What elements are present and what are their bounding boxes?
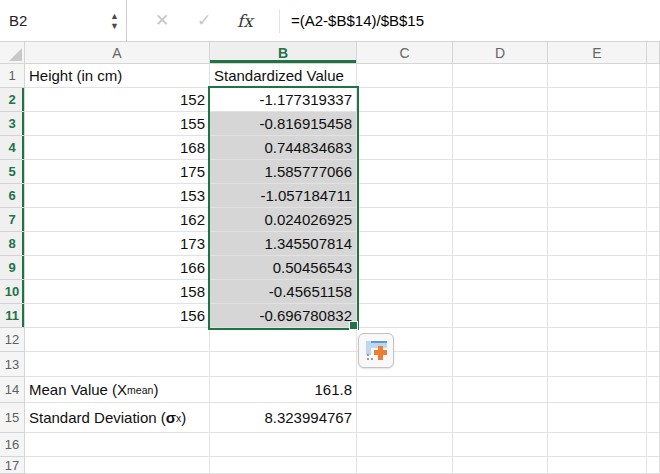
cell-F6[interactable]	[647, 184, 660, 208]
cell-D4[interactable]	[453, 136, 548, 160]
cell-C17[interactable]	[357, 457, 453, 474]
cell-F15[interactable]	[647, 403, 660, 433]
cell-E14[interactable]	[548, 377, 647, 403]
cell-A3[interactable]: 155	[25, 112, 210, 136]
cell-E9[interactable]	[548, 256, 647, 280]
cell-E8[interactable]	[548, 232, 647, 256]
enter-icon[interactable]: ✓	[183, 10, 225, 31]
quick-analysis-button[interactable]	[358, 333, 394, 368]
cell-F13[interactable]	[647, 352, 660, 377]
cell-B11[interactable]: -0.696780832	[210, 304, 357, 328]
row-header-17[interactable]: 17	[0, 457, 25, 474]
cell-B7[interactable]: 0.024026925	[210, 208, 357, 232]
row-header-8[interactable]: 8	[0, 232, 25, 256]
row-header-13[interactable]: 13	[0, 352, 25, 377]
cell-A6[interactable]: 153	[25, 184, 210, 208]
cell-D9[interactable]	[453, 256, 548, 280]
cell-D8[interactable]	[453, 232, 548, 256]
cell-B2[interactable]: -1.177319337	[210, 88, 357, 112]
cell-F1[interactable]	[647, 64, 660, 88]
cell-D14[interactable]	[453, 377, 548, 403]
cell-B10[interactable]: -0.45651158	[210, 280, 357, 304]
cell-E6[interactable]	[548, 184, 647, 208]
column-header-e[interactable]: E	[548, 42, 647, 64]
column-header-b[interactable]: B	[210, 42, 357, 64]
row-header-5[interactable]: 5	[0, 160, 25, 184]
cell-A8[interactable]: 173	[25, 232, 210, 256]
cell-C4[interactable]	[357, 136, 453, 160]
cell-F5[interactable]	[647, 160, 660, 184]
cell-C5[interactable]	[357, 160, 453, 184]
column-header-a[interactable]: A	[25, 42, 210, 64]
cell-C6[interactable]	[357, 184, 453, 208]
row-header-6[interactable]: 6	[0, 184, 25, 208]
cell-A4[interactable]: 168	[25, 136, 210, 160]
cell-D15[interactable]	[453, 403, 548, 433]
cell-E13[interactable]	[548, 352, 647, 377]
cell-B1[interactable]: Standardized Value	[210, 64, 357, 88]
cell-F2[interactable]	[647, 88, 660, 112]
row-header-9[interactable]: 9	[0, 256, 25, 280]
cell-A1[interactable]: Height (in cm)	[25, 64, 210, 88]
cell-E11[interactable]	[548, 304, 647, 328]
column-header-c[interactable]: C	[357, 42, 453, 64]
cell-D6[interactable]	[453, 184, 548, 208]
cell-F10[interactable]	[647, 280, 660, 304]
cell-F7[interactable]	[647, 208, 660, 232]
spinner-up-icon[interactable]: ▲	[110, 12, 119, 20]
cell-E7[interactable]	[548, 208, 647, 232]
cell-A13[interactable]	[25, 352, 210, 377]
cell-E12[interactable]	[548, 328, 647, 352]
cell-E4[interactable]	[548, 136, 647, 160]
cell-A17[interactable]	[25, 457, 210, 474]
row-header-14[interactable]: 14	[0, 377, 25, 403]
cell-A12[interactable]	[25, 328, 210, 352]
cell-A11[interactable]: 156	[25, 304, 210, 328]
cell-C15[interactable]	[357, 403, 453, 433]
cell-C16[interactable]	[357, 433, 453, 457]
cell-D5[interactable]	[453, 160, 548, 184]
cell-A9[interactable]: 166	[25, 256, 210, 280]
cell-C9[interactable]	[357, 256, 453, 280]
cell-A5[interactable]: 175	[25, 160, 210, 184]
cell-E5[interactable]	[548, 160, 647, 184]
row-header-16[interactable]: 16	[0, 433, 25, 457]
cell-C10[interactable]	[357, 280, 453, 304]
cell-F12[interactable]	[647, 328, 660, 352]
cell-B15[interactable]: 8.323994767	[210, 403, 357, 433]
cell-D12[interactable]	[453, 328, 548, 352]
insert-function-icon[interactable]: fx	[225, 11, 265, 31]
cell-D2[interactable]	[453, 88, 548, 112]
cell-D16[interactable]	[453, 433, 548, 457]
cell-D7[interactable]	[453, 208, 548, 232]
cell-B5[interactable]: 1.585777066	[210, 160, 357, 184]
row-header-11[interactable]: 11	[0, 304, 25, 328]
row-header-1[interactable]: 1	[0, 64, 25, 88]
name-box[interactable]: B2 ▲ ▼	[0, 0, 127, 41]
cell-C11[interactable]	[357, 304, 453, 328]
cell-A16[interactable]	[25, 433, 210, 457]
formula-input[interactable]: =(A2-$B$14)/$B$15	[291, 12, 424, 29]
row-header-7[interactable]: 7	[0, 208, 25, 232]
cell-D13[interactable]	[453, 352, 548, 377]
name-box-spinner[interactable]: ▲ ▼	[110, 12, 119, 30]
cell-A7[interactable]: 162	[25, 208, 210, 232]
cell-E16[interactable]	[548, 433, 647, 457]
cell-F16[interactable]	[647, 433, 660, 457]
cell-F4[interactable]	[647, 136, 660, 160]
column-header-d[interactable]: D	[453, 42, 548, 64]
cell-D10[interactable]	[453, 280, 548, 304]
select-all-corner[interactable]	[0, 42, 25, 64]
cell-B13[interactable]	[210, 352, 357, 377]
cell-B9[interactable]: 0.50456543	[210, 256, 357, 280]
cell-C3[interactable]	[357, 112, 453, 136]
cell-C14[interactable]	[357, 377, 453, 403]
cell-B16[interactable]	[210, 433, 357, 457]
cell-C8[interactable]	[357, 232, 453, 256]
cell-B8[interactable]: 1.345507814	[210, 232, 357, 256]
cell-A15[interactable]: Standard Deviation (σx)	[25, 403, 210, 433]
cell-D17[interactable]	[453, 457, 548, 474]
cell-C7[interactable]	[357, 208, 453, 232]
cell-A10[interactable]: 158	[25, 280, 210, 304]
cell-B4[interactable]: 0.744834683	[210, 136, 357, 160]
